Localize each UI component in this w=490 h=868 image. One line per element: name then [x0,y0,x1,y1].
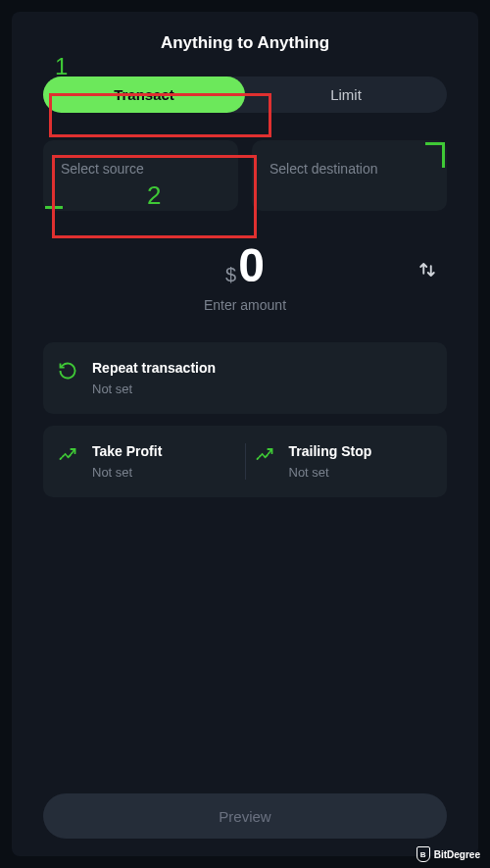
swap-icon[interactable] [414,256,441,283]
trailing-stop-option[interactable]: Trailing Stop Not set [254,443,434,480]
asset-selectors: Select source Select destination [43,140,447,211]
trailing-stop-status: Not set [289,465,372,480]
tab-limit[interactable]: Limit [245,77,447,113]
annotation-marker-2: 2 [147,180,161,211]
repeat-title: Repeat transaction [92,360,216,376]
shield-icon: B [416,846,430,862]
take-profit-option[interactable]: Take Profit Not set [57,443,237,480]
amount-section: $ 0 Enter amount [43,242,447,313]
corner-accent [425,142,445,145]
amount-display[interactable]: $ 0 [225,242,265,289]
trailing-stop-icon [254,443,275,465]
amount-value: 0 [238,242,265,289]
preview-button[interactable]: Preview [43,793,447,839]
annotation-marker-1: 1 [55,53,68,80]
repeat-transaction-option[interactable]: Repeat transaction Not set [57,360,433,396]
select-source-label: Select source [61,160,220,178]
mode-tabs: Transact Limit [43,77,447,113]
select-source-button[interactable]: Select source [43,140,238,211]
divider [245,443,246,480]
profit-stop-row: Take Profit Not set Trailing Stop Not se… [43,426,447,497]
corner-accent [442,142,445,168]
repeat-status: Not set [92,382,216,396]
amount-hint: Enter amount [43,297,447,313]
repeat-icon [57,360,78,382]
watermark: B BitDegree [416,846,480,862]
tab-transact[interactable]: Transact [43,77,245,113]
select-destination-button[interactable]: Select destination [252,140,447,211]
page-title: Anything to Anything [43,33,447,53]
take-profit-title: Take Profit [92,443,162,459]
corner-accent [45,206,63,209]
take-profit-status: Not set [92,465,162,480]
repeat-transaction-row[interactable]: Repeat transaction Not set [43,342,447,414]
select-destination-label: Select destination [270,160,429,178]
take-profit-icon [57,443,78,465]
currency-symbol: $ [225,264,236,286]
watermark-label: BitDegree [434,849,480,860]
trailing-stop-title: Trailing Stop [289,443,372,459]
